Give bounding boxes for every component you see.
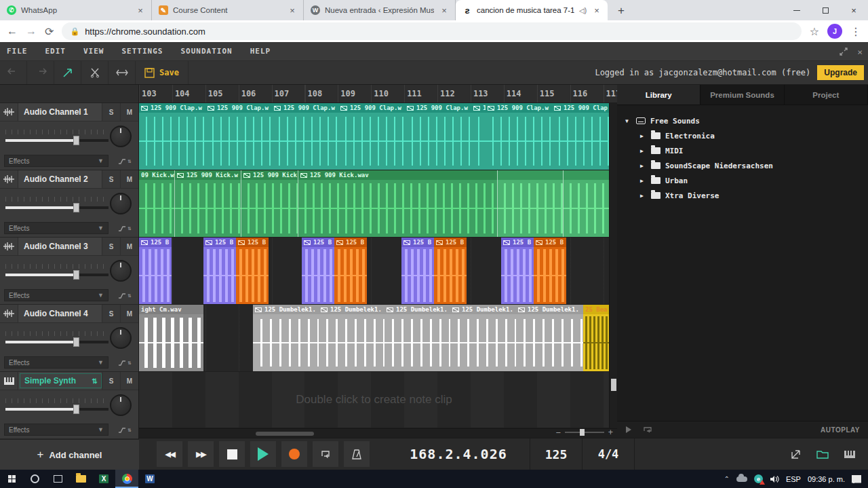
keyboard-icon[interactable]: [844, 450, 856, 459]
audio-clip[interactable]: 125 909 Clap.w: [338, 103, 405, 170]
solo-button[interactable]: S: [102, 238, 120, 255]
audio-clip[interactable]: 1:: [471, 103, 486, 170]
tree-item-folder[interactable]: ▶MIDI: [625, 143, 868, 158]
volume-slider[interactable]: [5, 331, 108, 349]
mute-button[interactable]: M: [120, 305, 138, 322]
audio-clip[interactable]: 125 909 Kick.wav: [298, 170, 497, 237]
browser-tab[interactable]: ✎Course Content×: [152, 0, 304, 20]
audio-clip[interactable]: 125 Dumbelek1.: [384, 305, 450, 371]
address-bar[interactable]: 🔒 https://chrome.soundation.com: [62, 22, 801, 40]
solo-button[interactable]: S: [102, 170, 120, 188]
cut-tool-icon[interactable]: [81, 61, 108, 84]
word-icon[interactable]: W: [138, 470, 161, 488]
tree-item-folder[interactable]: ▶SoundScape Niedersachsen: [625, 158, 868, 173]
browser-menu-icon[interactable]: ⋮: [850, 25, 861, 38]
tab-audio-icon[interactable]: ◁): [579, 7, 587, 14]
audio-clip[interactable]: 125 909 Clap.w: [205, 103, 272, 170]
volume-icon[interactable]: [770, 475, 779, 483]
profile-avatar[interactable]: J: [827, 24, 842, 39]
audio-clip[interactable]: 125 909 Clap.w: [486, 103, 552, 170]
new-tab-button[interactable]: +: [612, 1, 631, 20]
audio-clip[interactable]: 25 Bea: [583, 305, 609, 371]
track-row-2[interactable]: 09 Kick.w125 909 Kick.w125 909 Kick125 9…: [139, 170, 609, 238]
audio-clip[interactable]: 125 Dumbelek1.: [253, 305, 319, 371]
record-button[interactable]: [281, 441, 307, 467]
onedrive-icon[interactable]: [736, 476, 747, 482]
audio-clip[interactable]: 125 B: [139, 238, 172, 304]
pan-knob[interactable]: [110, 126, 132, 147]
autoplay-label[interactable]: AUTOPLAY: [821, 426, 860, 434]
rewind-button[interactable]: ◀◀: [157, 441, 182, 467]
pan-knob[interactable]: [110, 327, 132, 349]
save-button[interactable]: Save: [136, 61, 189, 84]
audio-clip[interactable]: 125 B: [302, 238, 334, 304]
stop-button[interactable]: [219, 441, 245, 467]
start-button[interactable]: [0, 470, 23, 488]
audio-clip[interactable]: 125 909 Clap: [552, 103, 609, 170]
slider-thumb[interactable]: [73, 405, 79, 414]
track-row-3[interactable]: 125 B125 B125 B125 B125 B125 B125 B125 B…: [139, 238, 609, 305]
action-center-icon[interactable]: [852, 475, 861, 483]
effects-dropdown[interactable]: Effects▼: [4, 222, 108, 234]
audio-clip[interactable]: 09 Kick.w: [139, 170, 174, 237]
excel-icon[interactable]: X: [92, 470, 115, 488]
horizontal-scrollbar[interactable]: − +: [139, 428, 617, 438]
track-row-1[interactable]: 125 909 Clap.w125 909 Clap.w125 909 Clap…: [139, 103, 609, 170]
audio-clip[interactable]: 125 B: [534, 238, 566, 304]
tree-item-folder[interactable]: ▶Electronica: [625, 128, 868, 143]
fullscreen-icon[interactable]: [840, 48, 848, 56]
menu-settings[interactable]: SETTINGS: [122, 47, 163, 56]
audio-clip[interactable]: 125 909 Kick.w: [174, 170, 241, 237]
menu-file[interactable]: FILE: [7, 47, 28, 56]
menu-edit[interactable]: EDIT: [45, 47, 66, 56]
browser-tab[interactable]: WNueva entrada ‹ Expresión Musi×: [304, 0, 456, 20]
tab-close-icon[interactable]: ×: [287, 5, 298, 16]
slider-thumb[interactable]: [73, 337, 79, 347]
solo-button[interactable]: S: [102, 372, 120, 390]
browser-tab[interactable]: ƨcancion de musica tarea 7-1◁)×: [456, 0, 608, 20]
slider-thumb[interactable]: [73, 203, 79, 212]
volume-slider[interactable]: [5, 398, 108, 416]
pan-knob[interactable]: [110, 193, 132, 214]
audio-clip[interactable]: 125 Dumbelek1.: [450, 305, 516, 371]
instrument-selector-icon[interactable]: ⇅: [92, 377, 101, 385]
audio-clip[interactable]: 125 B: [501, 238, 534, 304]
audio-clip[interactable]: 125 B: [334, 238, 367, 304]
collapse-arrow-icon[interactable]: ▶: [640, 148, 646, 154]
audio-clip[interactable]: 125 909 Kick: [241, 170, 298, 237]
mute-button[interactable]: M: [120, 372, 138, 390]
menu-view[interactable]: VIEW: [83, 47, 104, 56]
tree-item-folder[interactable]: ▶Urban: [625, 173, 868, 188]
preview-loop-icon[interactable]: [643, 426, 652, 434]
automation-button[interactable]: ⇅: [114, 222, 136, 234]
vertical-scrollbar-thumb[interactable]: [611, 379, 616, 391]
close-button[interactable]: ×: [840, 0, 868, 20]
library-tab-project[interactable]: Project: [785, 85, 868, 105]
audio-clip[interactable]: 125 909 Clap.w: [139, 103, 205, 170]
timeline-ruler[interactable]: 1031041051061071081091101111121131141151…: [139, 85, 617, 103]
audio-clip[interactable]: 125 B: [434, 238, 467, 304]
hidden-icons-chevron[interactable]: ⌃: [724, 475, 730, 483]
solo-button[interactable]: S: [102, 103, 120, 121]
stretch-tool-icon[interactable]: [108, 61, 136, 84]
track-row-synth[interactable]: Double click to create note clip: [139, 372, 609, 428]
back-icon[interactable]: ←: [7, 25, 18, 37]
bookmark-star-icon[interactable]: ☆: [810, 25, 819, 38]
loop-button[interactable]: [313, 441, 338, 467]
zoom-slider-thumb[interactable]: [580, 429, 585, 436]
audio-clip[interactable]: [563, 170, 609, 237]
collapse-arrow-icon[interactable]: ▶: [640, 163, 646, 169]
antivirus-icon[interactable]: e: [754, 474, 763, 483]
mute-button[interactable]: M: [120, 103, 138, 121]
browser-tab[interactable]: ✆WhatsApp×: [0, 0, 152, 20]
tab-close-icon[interactable]: ×: [439, 5, 450, 16]
tree-item-folder[interactable]: ▶Xtra Diverse: [625, 188, 868, 203]
chrome-taskbar-icon[interactable]: [115, 470, 138, 488]
app-close-icon[interactable]: ×: [857, 47, 863, 57]
project-folder-icon[interactable]: [816, 449, 829, 459]
menu-help[interactable]: HELP: [250, 47, 271, 56]
automation-button[interactable]: ⇅: [114, 289, 136, 301]
volume-slider[interactable]: [5, 130, 108, 147]
mute-button[interactable]: M: [120, 170, 138, 188]
slider-thumb[interactable]: [73, 136, 79, 145]
